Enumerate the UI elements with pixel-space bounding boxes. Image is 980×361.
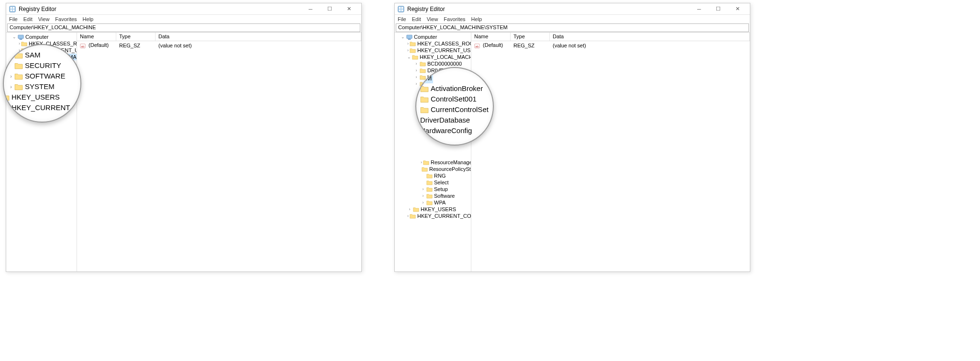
tree-hkcc[interactable]: › HKEY_CURRENT_CONFIG bbox=[395, 213, 471, 219]
mag-item-driverdatabase: DriverDatabase bbox=[420, 115, 489, 125]
address-bar[interactable]: Computer\HKEY_LOCAL_MACHINE\SYSTEM bbox=[396, 23, 749, 32]
string-value-icon bbox=[80, 43, 86, 49]
menu-help[interactable]: Help bbox=[471, 16, 482, 22]
value-row-default[interactable]: (Default) REG_SZ (value not set) bbox=[77, 41, 361, 50]
mag-item-currentcontrolset: CurrentControlSet bbox=[420, 104, 489, 115]
col-name[interactable]: Name bbox=[471, 33, 511, 41]
titlebar[interactable]: Registry Editor ─ ☐ ✕ bbox=[6, 3, 361, 15]
tree-wpa[interactable]: › WPA bbox=[395, 199, 471, 206]
folder-icon bbox=[413, 207, 419, 212]
app-icon bbox=[9, 6, 16, 12]
mag-item-activationbroker: ActivationBroker bbox=[420, 83, 489, 94]
magnifier-left: SAM SECURITY › SOFTWARE › SYSTEM HKEY_US… bbox=[3, 44, 81, 123]
col-name[interactable]: Name bbox=[77, 33, 116, 41]
address-bar[interactable]: Computer\HKEY_LOCAL_MACHINE bbox=[7, 23, 360, 32]
expand-icon: › bbox=[8, 81, 14, 92]
list-header: Name Type Data bbox=[471, 33, 750, 41]
folder-icon bbox=[426, 187, 433, 192]
menu-help[interactable]: Help bbox=[83, 16, 94, 22]
computer-icon bbox=[18, 34, 24, 40]
menu-edit[interactable]: Edit bbox=[23, 16, 33, 22]
tree-computer[interactable]: ⌄ Computer bbox=[6, 34, 77, 40]
close-button[interactable]: ✕ bbox=[339, 3, 358, 15]
value-name: (Default) bbox=[89, 42, 109, 48]
col-type[interactable]: Type bbox=[116, 33, 156, 41]
folder-icon bbox=[420, 68, 426, 73]
tree-hkcu[interactable]: › HKEY_CURRENT_USER bbox=[395, 47, 471, 54]
tree-computer[interactable]: ⌄ Computer bbox=[395, 34, 471, 40]
tree-respol[interactable]: ResourcePolicyStore bbox=[395, 166, 471, 172]
folder-icon bbox=[410, 41, 416, 46]
expand-icon[interactable]: › bbox=[19, 40, 20, 47]
expand-icon[interactable]: › bbox=[407, 206, 412, 213]
value-type: REG_SZ bbox=[116, 42, 156, 49]
folder-icon bbox=[426, 173, 433, 179]
folder-icon bbox=[410, 48, 416, 53]
mag-item-hku: HKEY_USERS bbox=[3, 92, 77, 102]
tree-hku[interactable]: › HKEY_USERS bbox=[395, 206, 471, 213]
menu-file[interactable]: File bbox=[398, 16, 406, 22]
value-row-default[interactable]: (Default) REG_SZ (value not set) bbox=[471, 41, 750, 50]
folder-icon bbox=[420, 75, 426, 80]
minimize-button[interactable]: ─ bbox=[690, 3, 709, 15]
computer-icon bbox=[406, 34, 412, 40]
list-header: Name Type Data bbox=[77, 33, 361, 41]
registry-editor-window-left: Registry Editor ─ ☐ ✕ File Edit View Fav… bbox=[6, 3, 362, 272]
tree-bcd[interactable]: › BCD00000000 bbox=[395, 60, 471, 67]
folder-icon bbox=[426, 200, 433, 205]
mag-item-hardwareconfig: HardwareConfig bbox=[420, 125, 489, 136]
mag-item-system: › SYSTEM bbox=[8, 81, 77, 92]
col-data[interactable]: Data bbox=[156, 33, 361, 41]
string-value-icon bbox=[474, 43, 480, 49]
collapse-icon[interactable]: ⌄ bbox=[401, 34, 405, 40]
close-button[interactable]: ✕ bbox=[728, 3, 747, 15]
list-pane[interactable]: Name Type Data (Default) REG_SZ (value n… bbox=[471, 33, 750, 271]
value-data: (value not set) bbox=[550, 42, 750, 49]
menu-favorites[interactable]: Favorites bbox=[444, 16, 465, 22]
folder-icon bbox=[410, 214, 416, 219]
app-icon bbox=[398, 6, 404, 12]
minimize-button[interactable]: ─ bbox=[301, 3, 320, 15]
menubar: File Edit View Favorites Help bbox=[395, 15, 750, 23]
menu-file[interactable]: File bbox=[9, 16, 18, 22]
expand-icon[interactable]: › bbox=[407, 47, 409, 54]
col-data[interactable]: Data bbox=[550, 33, 750, 41]
tree-hkcr[interactable]: › HKEY_CLASSES_ROOT bbox=[395, 40, 471, 47]
titlebar[interactable]: Registry Editor ─ ☐ ✕ bbox=[395, 3, 750, 15]
maximize-button[interactable]: ☐ bbox=[320, 3, 339, 15]
tree-rng[interactable]: RNG bbox=[395, 172, 471, 179]
expand-icon[interactable]: › bbox=[421, 186, 425, 192]
menu-favorites[interactable]: Favorites bbox=[55, 16, 77, 22]
expand-icon[interactable]: › bbox=[414, 80, 419, 87]
collapse-icon[interactable]: ⌄ bbox=[407, 54, 411, 60]
expand-icon[interactable]: › bbox=[407, 40, 409, 47]
menu-view[interactable]: View bbox=[427, 16, 438, 22]
col-type[interactable]: Type bbox=[511, 33, 550, 41]
tree-software[interactable]: › Software bbox=[395, 192, 471, 199]
tree-select[interactable]: Select bbox=[395, 179, 471, 186]
window-title: Registry Editor bbox=[19, 6, 56, 12]
folder-icon bbox=[422, 167, 428, 172]
folder-icon bbox=[412, 55, 418, 60]
expand-icon[interactable]: › bbox=[421, 199, 425, 206]
tree-resmgr[interactable]: › ResourceManager bbox=[395, 159, 471, 166]
list-pane[interactable]: Name Type Data (Default) REG_SZ (value n… bbox=[77, 33, 361, 271]
mag-item-controlset001: ControlSet001 bbox=[420, 94, 489, 104]
expand-icon[interactable]: › bbox=[421, 192, 425, 199]
expand-icon[interactable]: › bbox=[421, 159, 422, 166]
expand-icon[interactable]: › bbox=[407, 213, 409, 219]
menu-view[interactable]: View bbox=[38, 16, 50, 22]
expand-icon[interactable]: › bbox=[414, 60, 419, 67]
tree-hklm[interactable]: ⌄ HKEY_LOCAL_MACHINE bbox=[395, 54, 471, 60]
value-type: REG_SZ bbox=[511, 42, 550, 49]
menu-edit[interactable]: Edit bbox=[412, 16, 421, 22]
mag-item-software: › SOFTWARE bbox=[8, 71, 77, 81]
expand-icon[interactable]: › bbox=[414, 67, 419, 74]
collapse-icon[interactable]: ⌄ bbox=[12, 34, 17, 40]
value-data: (value not set) bbox=[156, 42, 361, 49]
tree-setup[interactable]: › Setup bbox=[395, 186, 471, 192]
mag-item-security: SECURITY bbox=[8, 60, 77, 71]
expand-icon[interactable]: › bbox=[414, 74, 419, 80]
folder-icon bbox=[420, 61, 426, 67]
maximize-button[interactable]: ☐ bbox=[709, 3, 728, 15]
